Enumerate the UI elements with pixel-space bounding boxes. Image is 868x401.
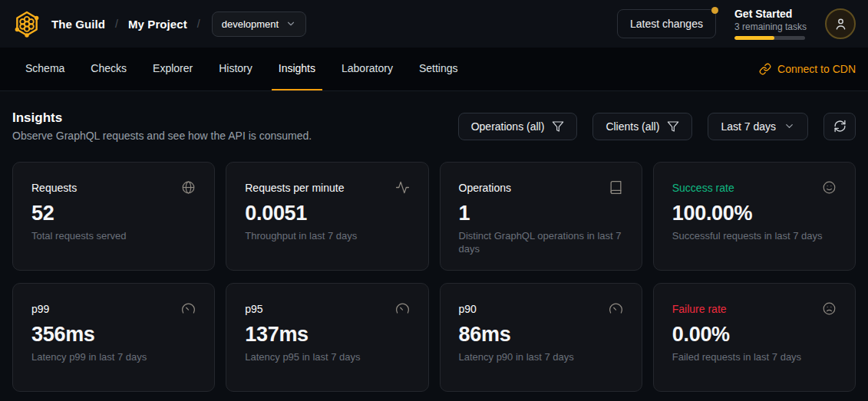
clients-filter-label: Clients (all) [606,120,659,133]
stat-card-p95: p95 137ms Latency p95 in last 7 days [226,283,428,392]
book-icon [609,180,623,195]
card-title: Operations [459,182,511,194]
card-title: p99 [31,303,49,315]
stat-card-requests-per-minute: Requests per minute 0.0051 Throughput in… [226,162,428,271]
tab-settings[interactable]: Settings [412,48,465,90]
target-selector-value: development [222,18,279,30]
frown-icon [822,301,837,316]
filter-icon [667,120,679,133]
top-header: The Guild / My Project / development Lat… [0,0,868,48]
hive-logo-icon[interactable] [12,9,41,38]
insights-filters: Operations (all) Clients (all) Last 7 da… [458,113,856,140]
card-value: 52 [31,202,196,225]
get-started-progress-bar [734,36,805,40]
clients-filter-button[interactable]: Clients (all) [592,113,692,140]
breadcrumb-project-link[interactable]: My Project [128,18,187,31]
card-value: 356ms [31,323,196,347]
target-selector-dropdown[interactable]: development [212,12,306,37]
filter-icon [552,120,564,133]
user-avatar[interactable] [825,8,856,39]
stat-card-failure-rate: Failure rate 0.00% Failed requests in la… [653,283,856,392]
stats-grid: Requests 52 Total requests served Reques… [0,142,868,392]
gauge-icon [609,301,623,316]
smile-icon [822,180,837,195]
card-subtitle: Throughput in last 7 days [245,230,409,243]
connect-to-cdn-link[interactable]: Connect to CDN [759,48,856,90]
stat-card-requests: Requests 52 Total requests served [12,162,215,271]
latest-changes-label: Latest changes [630,18,703,30]
nav-tabs: Schema Checks Explorer History Insights … [18,48,465,90]
card-subtitle: Successful requests in last 7 days [672,230,837,243]
gauge-icon [395,301,410,316]
tab-schema[interactable]: Schema [18,48,71,90]
card-title: p90 [459,303,477,315]
card-title: p95 [245,303,262,315]
card-value: 0.00% [672,323,837,347]
card-subtitle: Total requests served [31,230,196,243]
insights-heading-block: Insights Observe GraphQL requests and se… [12,110,312,142]
breadcrumb-org-link[interactable]: The Guild [51,18,105,31]
page-description: Observe GraphQL requests and see how the… [12,130,312,142]
header-actions: Latest changes Get Started 3 remaining t… [617,8,856,40]
card-value: 0.0051 [245,202,409,225]
globe-icon [181,180,196,195]
card-subtitle: Latency p99 in last 7 days [31,351,196,364]
card-subtitle: Latency p90 in last 7 days [459,351,623,364]
tab-explorer[interactable]: Explorer [146,48,200,90]
tab-checks[interactable]: Checks [84,48,134,90]
person-icon [833,17,848,31]
gauge-icon [181,301,196,316]
get-started-widget[interactable]: Get Started 3 remaining tasks [734,8,807,40]
chevron-down-icon [784,120,795,132]
stat-card-operations: Operations 1 Distinct GraphQL operations… [440,162,642,271]
stat-card-success-rate: Success rate 100.00% Successful requests… [653,162,856,271]
date-range-dropdown[interactable]: Last 7 days [708,113,808,140]
connect-to-cdn-label: Connect to CDN [777,63,856,75]
card-title: Failure rate [672,303,727,315]
card-title: Success rate [672,182,734,194]
notification-dot [711,7,718,14]
latest-changes-button[interactable]: Latest changes [617,9,716,38]
project-nav: Schema Checks Explorer History Insights … [0,48,868,91]
tab-laboratory[interactable]: Laboratory [335,48,400,90]
operations-filter-label: Operations (all) [471,120,545,133]
refresh-button[interactable] [823,113,856,140]
breadcrumb-separator: / [115,18,118,30]
operations-filter-button[interactable]: Operations (all) [458,113,578,140]
tab-history[interactable]: History [212,48,259,90]
get-started-title: Get Started [734,8,807,20]
stat-card-p99: p99 356ms Latency p99 in last 7 days [12,283,215,392]
card-value: 100.00% [672,202,837,225]
breadcrumb-separator: / [197,18,200,30]
card-subtitle: Latency p95 in last 7 days [245,351,409,364]
card-subtitle: Failed requests in last 7 days [672,351,837,364]
chevron-down-icon [285,18,296,29]
get-started-remaining-tasks: 3 remaining tasks [734,21,807,32]
page-title: Insights [12,110,312,126]
card-title: Requests [31,182,77,194]
link-icon [759,63,771,75]
get-started-progress-fill [734,36,774,40]
card-value: 137ms [245,323,409,347]
refresh-icon [833,120,847,133]
card-title: Requests per minute [245,182,344,194]
stat-card-p90: p90 86ms Latency p90 in last 7 days [440,283,642,392]
card-value: 1 [459,202,623,225]
card-value: 86ms [459,323,623,347]
breadcrumb: The Guild / My Project / development [12,9,306,38]
activity-icon [395,180,410,195]
card-subtitle: Distinct GraphQL operations in last 7 da… [459,230,623,256]
tab-insights[interactable]: Insights [272,48,322,90]
insights-section-header: Insights Observe GraphQL requests and se… [0,91,868,142]
date-range-label: Last 7 days [721,120,776,133]
